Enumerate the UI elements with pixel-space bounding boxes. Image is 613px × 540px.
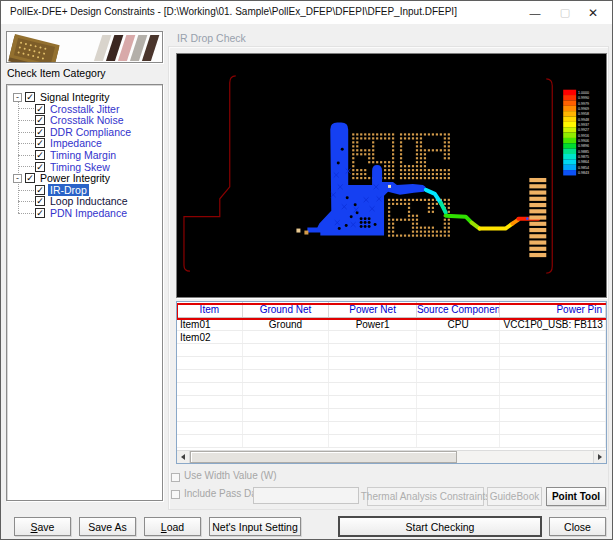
svg-text:0.9864: 0.9864 <box>578 161 589 165</box>
close-button[interactable]: Close <box>549 517 606 536</box>
table-cell <box>243 396 330 408</box>
tree-item-label: Signal Integrity <box>38 91 111 103</box>
table-cell <box>417 370 501 382</box>
column-header[interactable]: Power Net <box>329 302 417 317</box>
svg-text:0.9937: 0.9937 <box>578 123 589 127</box>
table-cell <box>243 409 330 421</box>
horizontal-scrollbar[interactable] <box>177 450 606 463</box>
checkbox-icon[interactable]: ✓ <box>25 173 35 183</box>
column-header[interactable]: Power Pin <box>500 302 606 317</box>
svg-text:1.0000: 1.0000 <box>578 91 589 95</box>
table-cell <box>500 331 606 343</box>
minimize-icon[interactable]: — <box>520 1 550 24</box>
tree-item-label: Timing Margin <box>48 149 118 161</box>
table-row[interactable] <box>177 435 606 448</box>
table-cell <box>329 344 417 356</box>
table-cell <box>329 435 417 447</box>
tree-item-label: Timing Skew <box>48 161 112 173</box>
point-tool-button[interactable]: Point Tool <box>546 487 606 506</box>
checkbox-icon[interactable]: ✓ <box>35 115 45 125</box>
nets-input-setting-button[interactable]: Net's Input Setting <box>209 517 301 536</box>
thermal-analysis-button[interactable]: Thermal Analysis Constraints <box>367 487 484 506</box>
column-header[interactable]: Source Component <box>417 302 501 317</box>
table-row[interactable] <box>177 396 606 409</box>
table-cell <box>500 435 606 447</box>
table-cell <box>500 396 606 408</box>
table-cell <box>329 409 417 421</box>
table-row[interactable] <box>177 422 606 435</box>
table-cell <box>177 370 243 382</box>
scroll-right-icon[interactable] <box>593 451 606 463</box>
checkbox-icon[interactable]: ✓ <box>35 208 45 218</box>
checkbox-icon[interactable]: ✓ <box>35 104 45 114</box>
checkbox-icon[interactable]: ✓ <box>25 92 35 102</box>
table-cell <box>177 383 243 395</box>
table-cell <box>177 422 243 434</box>
svg-text:0.9927: 0.9927 <box>578 128 589 132</box>
table-cell <box>177 435 243 447</box>
column-header[interactable]: Item <box>177 302 243 317</box>
checkbox-icon[interactable]: ✓ <box>35 185 45 195</box>
tree-item-label: DDR Compliance <box>48 126 133 138</box>
check-items-table[interactable]: ItemGround NetPower NetSource ComponentP… <box>176 301 607 464</box>
table-cell: Item01 <box>177 318 243 330</box>
ir-drop-canvas[interactable]: 1.00000.99900.99790.99690.99580.99480.99… <box>176 53 607 298</box>
table-cell <box>329 383 417 395</box>
table-row[interactable] <box>177 383 606 396</box>
svg-text:0.9990: 0.9990 <box>578 96 589 100</box>
table-header[interactable]: ItemGround NetPower NetSource ComponentP… <box>177 302 606 318</box>
checkbox-icon[interactable]: ✓ <box>35 196 45 206</box>
guidebook-button[interactable]: GuideBook <box>487 487 542 506</box>
start-checking-button[interactable]: Start Checking <box>339 517 541 536</box>
tree-item-label: Crosstalk Noise <box>48 114 126 126</box>
column-header[interactable]: Ground Net <box>243 302 330 317</box>
svg-text:0.9854: 0.9854 <box>578 166 589 170</box>
collapse-icon[interactable]: - <box>13 174 22 183</box>
scroll-left-icon[interactable] <box>177 451 190 463</box>
trace-end-via <box>526 217 529 220</box>
tree-connector-stub <box>18 108 36 109</box>
table-row[interactable]: Item01GroundPower1CPUVCC1P0_USB: FB113 <box>177 318 606 331</box>
close-icon[interactable]: ✕ <box>578 1 608 24</box>
tree-item-power-integrity[interactable]: -✓Power Integrity <box>7 172 112 184</box>
table-row[interactable] <box>177 370 606 383</box>
checkbox-icon[interactable]: ✓ <box>35 150 45 160</box>
table-row[interactable] <box>177 357 606 370</box>
table-cell <box>177 344 243 356</box>
tree-item-signal-integrity[interactable]: -✓Signal Integrity <box>7 91 111 103</box>
table-cell <box>417 331 501 343</box>
checkbox-icon[interactable]: ✓ <box>35 127 45 137</box>
maximize-icon[interactable]: ▢ <box>550 1 580 24</box>
table-cell <box>243 331 330 343</box>
table-row[interactable] <box>177 409 606 422</box>
collapse-icon[interactable]: - <box>13 93 22 102</box>
pcb-photo-image <box>7 32 162 62</box>
table-row[interactable] <box>177 344 606 357</box>
table-cell: VCC1P0_USB: FB113 <box>500 318 606 330</box>
use-width-checkbox[interactable] <box>171 473 180 482</box>
load-button[interactable]: Load <box>144 517 201 536</box>
table-body[interactable]: Item01GroundPower1CPUVCC1P0_USB: FB113It… <box>177 318 606 448</box>
save-button[interactable]: Save <box>14 517 71 536</box>
save-as-button[interactable]: Save As <box>79 517 136 536</box>
svg-text:0.9875: 0.9875 <box>578 155 589 159</box>
table-cell <box>500 409 606 421</box>
tree-item-label: Loop Inductance <box>48 195 130 207</box>
checkbox-icon[interactable]: ✓ <box>35 138 45 148</box>
scrollbar-thumb[interactable] <box>190 451 457 463</box>
table-cell <box>329 331 417 343</box>
tree-connector-stub <box>18 201 36 202</box>
table-cell <box>500 422 606 434</box>
tree-view[interactable]: -✓Signal Integrity✓Crosstalk Jitter✓Cros… <box>6 84 163 501</box>
table-cell: Ground <box>243 318 330 330</box>
table-cell <box>417 357 501 369</box>
include-pass-checkbox[interactable] <box>171 490 180 499</box>
tree-item-label: PDN Impedance <box>48 207 129 219</box>
table-row[interactable]: Item02 <box>177 331 606 344</box>
tree-connector-stub <box>18 190 36 191</box>
tree-item-label: Impedance <box>48 137 104 149</box>
pass-data-input[interactable] <box>253 487 359 504</box>
table-cell <box>417 396 501 408</box>
checkbox-icon[interactable]: ✓ <box>35 162 45 172</box>
tree-item-label: Crosstalk Jitter <box>48 103 121 115</box>
